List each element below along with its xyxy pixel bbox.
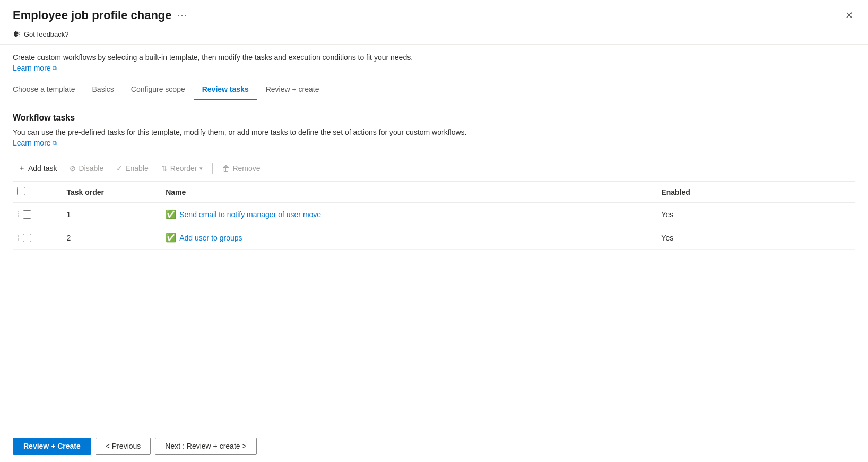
row-task-order: 1 [62,203,161,226]
disable-icon: ⊘ [70,164,76,173]
feedback-bar: 🗣 Got feedback? [0,27,868,45]
row-drag-check-cell: ⁞ [13,203,62,226]
drag-handle-icon[interactable]: ⁞ [17,209,20,219]
task-table: Task order Name Enabled ⁞ 1 ✅ Send email… [13,182,855,250]
table-header-row: Task order Name Enabled [13,182,855,203]
enabled-status-icon: ✅ [166,209,176,219]
tabs-container: Choose a template Basics Configure scope… [0,74,868,100]
toolbar-divider [212,163,213,174]
col-header-task-order: Task order [62,182,161,203]
drag-check-group: ⁞ [17,233,58,243]
task-link-2[interactable]: Add user to groups [179,234,242,242]
close-button[interactable]: ✕ [843,8,855,22]
remove-button[interactable]: 🗑 Remove [217,161,265,175]
feedback-icon: 🗣 [13,30,21,39]
enabled-status-icon: ✅ [166,233,176,243]
select-all-checkbox[interactable] [17,187,25,195]
row-checkbox-2[interactable] [23,234,31,242]
description-section: Create custom workflows by selecting a b… [0,45,868,74]
next-button[interactable]: Next : Review + create > [155,438,256,455]
task-link-1[interactable]: Send email to notify manager of user mov… [179,210,321,219]
tab-review-tasks[interactable]: Review tasks [194,81,257,100]
learn-more-link-top[interactable]: Learn more ⧉ [13,64,57,72]
external-link-icon-section: ⧉ [53,140,57,147]
main-content: Workflow tasks You can use the pre-defin… [0,100,868,462]
drag-handle-icon[interactable]: ⁞ [17,233,20,243]
page-header: Employee job profile change ··· ✕ [0,0,868,27]
table-row: ⁞ 2 ✅ Add user to groups Yes [13,226,855,250]
feedback-link[interactable]: 🗣 Got feedback? [13,30,855,39]
description-text: Create custom workflows by selecting a b… [13,53,855,62]
reorder-chevron-icon: ▾ [199,165,203,172]
feedback-label: Got feedback? [24,30,69,38]
tab-review-create[interactable]: Review + create [257,81,328,100]
header-checkbox-cell [13,182,62,203]
review-create-button[interactable]: Review + Create [13,438,91,455]
tab-choose-template[interactable]: Choose a template [13,81,84,100]
reorder-button[interactable]: ⇅ Reorder ▾ [156,161,209,175]
external-link-icon-top: ⧉ [53,65,57,72]
row-task-order: 2 [62,226,161,250]
add-task-button[interactable]: ＋ Add task [13,161,62,176]
enable-icon: ✓ [116,164,123,173]
page-title: Employee job profile change [13,8,172,22]
page-container: Employee job profile change ··· ✕ 🗣 Got … [0,0,868,462]
disable-button[interactable]: ⊘ Disable [64,161,109,175]
more-options-icon[interactable]: ··· [177,10,188,21]
drag-check-group: ⁞ [17,209,58,219]
enable-button[interactable]: ✓ Enable [111,161,154,175]
tab-basics[interactable]: Basics [84,81,123,100]
row-checkbox-1[interactable] [23,210,31,219]
task-toolbar: ＋ Add task ⊘ Disable ✓ Enable ⇅ Reorder … [13,156,855,182]
section-desc: You can use the pre-defined tasks for th… [13,128,855,136]
tab-configure-scope[interactable]: Configure scope [123,81,194,100]
col-header-enabled: Enabled [657,182,855,203]
row-task-name: ✅ Send email to notify manager of user m… [161,203,657,226]
learn-more-link-section[interactable]: Learn more ⧉ [13,139,57,147]
row-task-name: ✅ Add user to groups [161,226,657,250]
remove-icon: 🗑 [222,164,230,173]
col-header-name: Name [161,182,657,203]
reorder-icon: ⇅ [161,164,168,173]
page-footer: Review + Create < Previous Next : Review… [0,430,868,462]
row-drag-check-cell: ⁞ [13,226,62,250]
table-row: ⁞ 1 ✅ Send email to notify manager of us… [13,203,855,226]
add-icon: ＋ [18,164,25,173]
row-enabled: Yes [657,226,855,250]
row-enabled: Yes [657,203,855,226]
header-left: Employee job profile change ··· [13,8,188,22]
previous-button[interactable]: < Previous [96,438,151,455]
section-title: Workflow tasks [13,113,855,123]
